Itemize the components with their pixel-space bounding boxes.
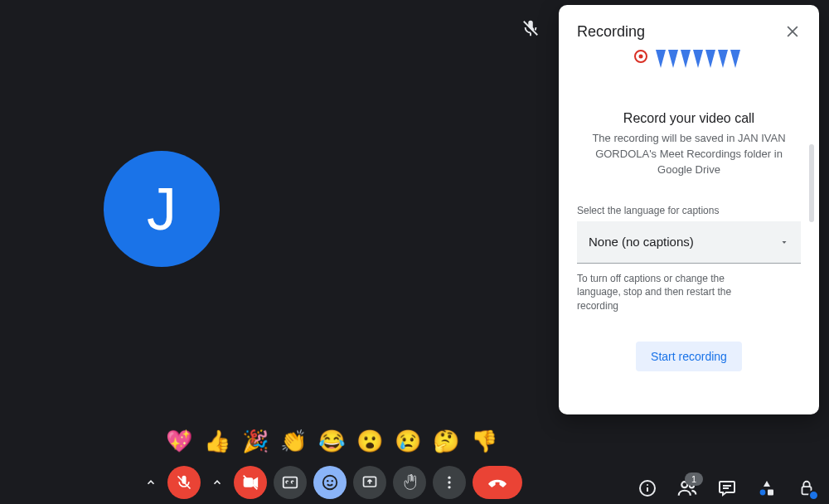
panel-title: Recording [577, 23, 645, 41]
participants-count-badge: 1 [685, 472, 703, 486]
svg-point-13 [448, 486, 450, 488]
participant-avatar: J [104, 151, 220, 267]
reaction-thinking[interactable]: 🤔 [433, 429, 459, 454]
svg-marker-32 [693, 50, 703, 68]
svg-point-28 [639, 55, 643, 59]
chat-button[interactable] [716, 477, 738, 499]
panel-subheading: The recording will be saved in JAN IVAN … [559, 126, 819, 178]
caption-language-label: Select the language for captions [577, 205, 801, 216]
host-indicator-dot-icon [808, 490, 819, 501]
dropdown-arrow-icon [779, 237, 789, 247]
activities-button[interactable] [756, 477, 778, 499]
toggle-mic-button[interactable] [167, 466, 201, 499]
svg-marker-34 [718, 50, 728, 68]
caption-hint: To turn off captions or change the langu… [577, 272, 751, 313]
toggle-camera-button[interactable] [234, 466, 267, 499]
raise-hand-button[interactable] [393, 466, 426, 499]
reaction-joy[interactable]: 😂 [318, 429, 345, 454]
reaction-bar: 💖 👍 🎉 👏 😂 😮 😢 🤔 👎 [166, 429, 497, 454]
recording-panel: Recording Record your video cal [559, 5, 819, 414]
svg-point-22 [760, 490, 766, 496]
leave-call-button[interactable] [473, 466, 522, 499]
present-screen-button[interactable] [353, 466, 386, 499]
remote-mic-muted-icon [521, 18, 541, 38]
svg-point-9 [332, 480, 333, 482]
svg-marker-4 [254, 478, 257, 487]
reaction-thumbs-up[interactable]: 👍 [204, 429, 230, 454]
svg-point-11 [448, 477, 450, 479]
start-recording-button[interactable]: Start recording [636, 342, 742, 371]
reaction-clap[interactable]: 👏 [280, 429, 307, 454]
svg-rect-6 [284, 477, 298, 488]
svg-marker-21 [764, 481, 770, 487]
more-options-button[interactable] [433, 466, 466, 499]
recording-illustration-icon [559, 50, 819, 78]
host-controls-button[interactable] [796, 477, 817, 499]
panel-heading: Record your video call [559, 111, 819, 126]
svg-marker-33 [705, 50, 715, 68]
panel-scrollbar[interactable] [809, 144, 814, 222]
svg-point-16 [647, 484, 648, 486]
reaction-sad[interactable]: 😢 [395, 429, 421, 454]
video-stage: J 💖 👍 🎉 👏 😂 😮 😢 🤔 👎 [0, 0, 829, 504]
svg-point-8 [327, 480, 328, 482]
caption-language-select[interactable]: None (no captions) [577, 221, 801, 264]
reaction-party[interactable]: 🎉 [242, 429, 269, 454]
reaction-heart[interactable]: 💖 [166, 429, 192, 454]
participants-button[interactable]: 1 [676, 477, 698, 499]
svg-marker-31 [681, 50, 691, 68]
reaction-wow[interactable]: 😮 [356, 429, 383, 454]
call-controls [141, 466, 522, 499]
svg-rect-23 [768, 490, 773, 496]
svg-point-12 [448, 481, 450, 483]
svg-marker-36 [783, 241, 787, 244]
meeting-info-button[interactable] [637, 477, 658, 499]
caption-language-value: None (no captions) [589, 235, 694, 249]
camera-options-chevron-icon[interactable] [207, 466, 227, 499]
close-panel-button[interactable] [781, 20, 804, 43]
reaction-thumbs-down[interactable]: 👎 [471, 429, 497, 454]
svg-marker-35 [730, 50, 740, 68]
mic-options-chevron-icon[interactable] [141, 466, 161, 499]
svg-marker-29 [656, 50, 666, 68]
reactions-button[interactable] [313, 466, 347, 499]
svg-marker-30 [668, 50, 678, 68]
svg-point-7 [323, 476, 337, 490]
avatar-initial: J [147, 175, 177, 243]
panel-controls: 1 [637, 477, 817, 499]
toggle-captions-button[interactable] [274, 466, 307, 499]
